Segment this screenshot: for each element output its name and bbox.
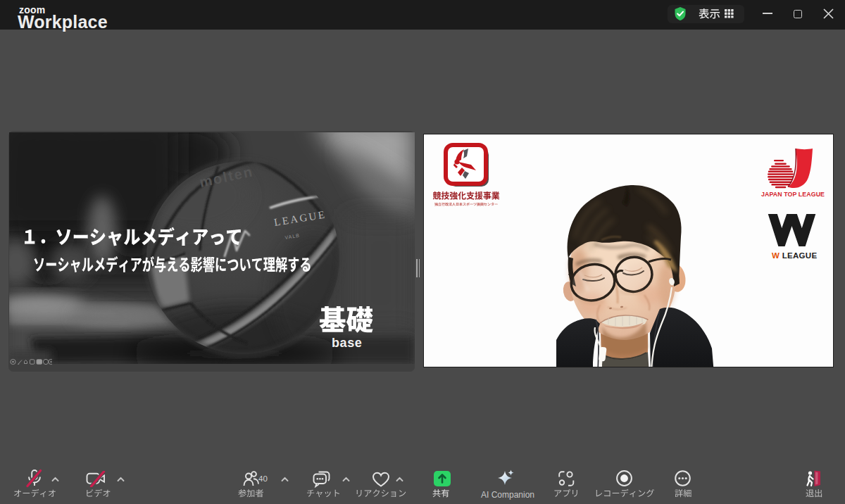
svg-text:W LEAGUE: W LEAGUE xyxy=(772,251,817,260)
svg-text:base: base xyxy=(332,336,362,350)
svg-text:JAPAN TOP LEAGUE: JAPAN TOP LEAGUE xyxy=(761,191,825,198)
